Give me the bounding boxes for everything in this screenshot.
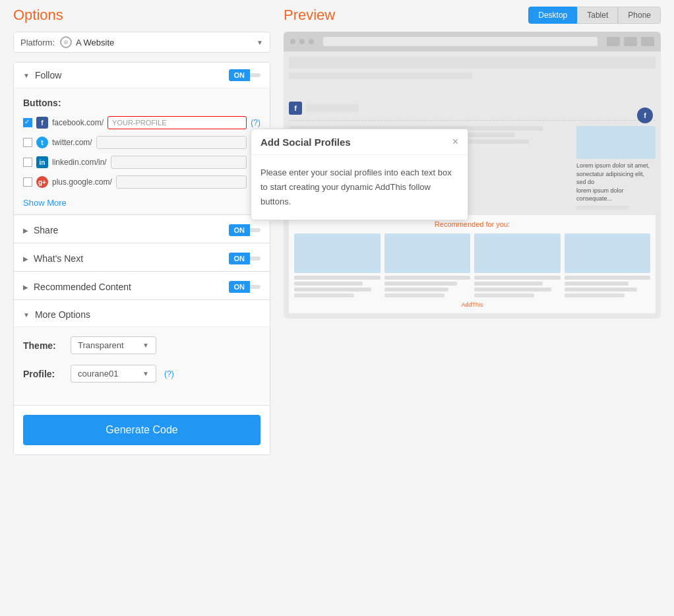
more-options-title: More Options (35, 309, 260, 320)
rec-card-2 (384, 233, 471, 297)
recommended-content-toggle-off (250, 285, 260, 289)
facebook-help-icon[interactable]: (?) (251, 118, 260, 127)
browser-nav-btn-2 (624, 37, 637, 46)
modal-body: Please enter your social profiles into e… (251, 155, 468, 220)
follow-toggle-on: ON (229, 69, 251, 81)
add-social-profiles-modal: Add Social Profiles × Please enter your … (251, 129, 468, 220)
more-options-header[interactable]: ▼ More Options (14, 303, 270, 326)
addthis-brand: AddThis (294, 301, 650, 308)
share-title: Share (34, 225, 229, 235)
profile-value: courane01 (78, 369, 118, 379)
browser-nav-btn-1 (607, 37, 620, 46)
follow-arrow-icon: ▼ (23, 72, 30, 79)
profile-label: Profile: (23, 369, 63, 379)
googleplus-url: plus.google.com/ (52, 177, 112, 187)
share-toggle[interactable]: ON (229, 224, 261, 236)
twitter-url: twitter.com/ (52, 138, 92, 147)
browser-dot-1 (290, 39, 295, 44)
browser-dot-3 (309, 39, 314, 44)
linkedin-row: in linkedin.com/in/ (?) (23, 156, 260, 169)
theme-value: Transparent (78, 340, 124, 350)
more-options-arrow-icon: ▼ (23, 311, 30, 319)
linkedin-input[interactable] (111, 156, 247, 169)
profile-dropdown-arrow: ▼ (142, 370, 149, 377)
theme-select[interactable]: Transparent ▼ (71, 336, 156, 354)
platform-select[interactable]: ⊕ A Website ▼ (60, 36, 263, 48)
share-section: ▶ Share ON (14, 218, 270, 243)
profile-select[interactable]: courane01 ▼ (71, 365, 156, 383)
follow-toggle[interactable]: ON (229, 69, 261, 81)
platform-name: A Website (76, 38, 114, 47)
follow-content: Buttons: f facebook.com/ (?) t twitter.c… (14, 88, 270, 214)
twitter-input[interactable] (96, 136, 247, 149)
more-options-section: ▼ More Options Theme: Transparent ▼ Prof… (14, 303, 270, 402)
whats-next-title: What's Next (34, 253, 229, 264)
share-arrow-icon: ▶ (23, 227, 28, 234)
follow-section: ▼ Follow ON Buttons: f facebook.com/ (14, 63, 270, 215)
browser-url-bar (323, 37, 597, 46)
platform-row: Platform: ⊕ A Website ▼ (13, 32, 270, 53)
share-toggle-on: ON (229, 224, 251, 236)
recommended-content-header[interactable]: ▶ Recommended Content ON (14, 274, 270, 299)
modal-close-button[interactable]: × (452, 136, 458, 148)
more-options-content: Theme: Transparent ▼ Profile: courane01 … (14, 326, 270, 402)
recommended-content-section: ▶ Recommended Content ON (14, 274, 270, 300)
linkedin-checkbox[interactable] (23, 158, 32, 167)
rec-card-4 (565, 233, 651, 297)
platform-label: Platform: (20, 38, 55, 47)
modal-title: Add Social Profiles (260, 137, 351, 148)
left-panel: Options Platform: ⊕ A Website ▼ ▼ Follow… (13, 7, 270, 455)
whats-next-header[interactable]: ▶ What's Next ON (14, 246, 270, 271)
facebook-row: f facebook.com/ (?) (23, 116, 260, 129)
theme-dropdown-arrow: ▼ (142, 342, 149, 349)
browser-bar (284, 32, 661, 51)
globe-icon: ⊕ (60, 36, 72, 48)
facebook-input[interactable] (107, 116, 247, 129)
linkedin-icon: in (36, 156, 48, 168)
preview-title: Preview (284, 7, 661, 24)
facebook-checkbox[interactable] (23, 118, 32, 127)
whats-next-toggle-off (250, 257, 260, 261)
browser-nav-btn-3 (641, 37, 654, 46)
follow-toggle-off (250, 73, 260, 77)
modal-header: Add Social Profiles × (251, 129, 468, 155)
left-panel-card: ▼ Follow ON Buttons: f facebook.com/ (13, 62, 270, 455)
fb-badge: f (637, 108, 653, 123)
follow-title: Follow (35, 70, 229, 80)
whats-next-arrow-icon: ▶ (23, 255, 28, 262)
facebook-icon: f (36, 117, 48, 129)
browser-dot-2 (299, 39, 305, 44)
recommended-title: Recommended for you: (294, 220, 650, 228)
generate-code-button[interactable]: Generate Code (23, 415, 260, 445)
main-container: Options Platform: ⊕ A Website ▼ ▼ Follow… (0, 0, 674, 462)
googleplus-input[interactable] (116, 175, 247, 189)
share-toggle-off (250, 228, 260, 232)
twitter-checkbox[interactable] (23, 138, 32, 147)
recommended-content-toggle[interactable]: ON (229, 281, 261, 293)
googleplus-checkbox[interactable] (23, 177, 32, 187)
profile-help-icon[interactable]: (?) (164, 369, 174, 379)
platform-dropdown-arrow: ▼ (257, 39, 263, 46)
recommended-grid (294, 233, 650, 297)
whats-next-toggle[interactable]: ON (229, 253, 261, 264)
rec-card-1 (294, 233, 381, 297)
profile-row: Profile: courane01 ▼ (?) (23, 365, 260, 383)
right-panel: Preview (284, 7, 661, 455)
twitter-row: t twitter.com/ (?) (23, 136, 260, 149)
generate-btn-container: Generate Code (14, 405, 270, 454)
theme-row: Theme: Transparent ▼ (23, 336, 260, 354)
recommended-content-arrow-icon: ▶ (23, 284, 28, 291)
buttons-label: Buttons: (23, 98, 260, 108)
mockup-header-bar (289, 57, 656, 69)
follow-button-area: f (289, 102, 656, 115)
theme-label: Theme: (23, 340, 63, 351)
rec-card-3 (474, 233, 561, 297)
share-header[interactable]: ▶ Share ON (14, 218, 270, 243)
show-more-link[interactable]: Show More (23, 198, 67, 208)
whats-next-toggle-on: ON (229, 253, 251, 264)
recommended-content-title: Recommended Content (34, 282, 229, 292)
fb-follow-icon: f (289, 102, 302, 115)
options-title: Options (13, 7, 270, 24)
googleplus-row: g+ plus.google.com/ (?) (23, 175, 260, 189)
follow-header[interactable]: ▼ Follow ON (14, 63, 270, 88)
